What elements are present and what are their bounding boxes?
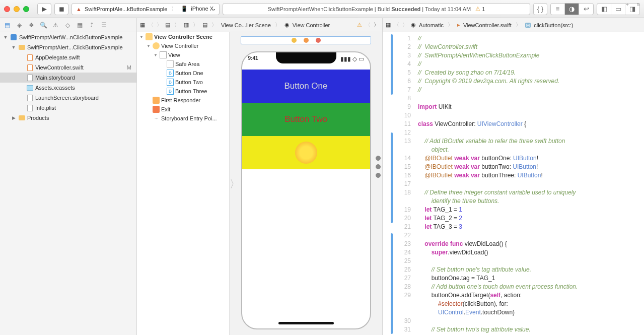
status-time: | Today at 11:04 AM xyxy=(422,6,471,12)
window-controls xyxy=(4,6,29,12)
pane-toggles: ◧ ▭ ◨ xyxy=(597,3,640,15)
outline-item[interactable]: Exit xyxy=(137,105,229,114)
toggle-debug-button[interactable]: ▭ xyxy=(611,4,625,15)
nav-item[interactable]: ▶Products xyxy=(0,113,136,123)
document-outline: ▼View Controller Scene▼View Controller▼V… xyxy=(137,32,230,335)
status-icons: ▮▮▮ ◇ ▭ xyxy=(340,55,364,62)
battery-icon: ▭ xyxy=(359,55,364,62)
assistant-editor-button[interactable]: ◑ xyxy=(565,4,579,15)
ib-pane: ▼View Controller Scene▼View Controller▼V… xyxy=(137,32,383,335)
outline-item[interactable]: BButton One xyxy=(137,69,229,78)
jump-mode[interactable]: Automatic xyxy=(419,22,444,28)
signal-icon: ▮▮▮ xyxy=(340,55,351,62)
ib-fwd-icon[interactable]: 〉 xyxy=(374,21,379,29)
doc-outline-toggle-icon[interactable]: 〉 xyxy=(230,177,240,190)
nav-item[interactable]: Info.plist xyxy=(0,103,136,113)
outline-item[interactable]: →Storyboard Entry Poi... xyxy=(137,114,229,123)
main-content: ▼SwiftPromptAlertW...nClickButtonExample… xyxy=(0,32,644,335)
breakpoint-nav-icon[interactable]: ⤴ xyxy=(88,21,96,29)
source-nav-icon[interactable]: ◈ xyxy=(15,21,23,29)
symbol-nav-icon[interactable]: ❖ xyxy=(27,21,35,29)
debug-nav-icon[interactable]: ▦ xyxy=(76,21,84,29)
test-nav-icon[interactable]: ◇ xyxy=(63,21,71,29)
exit-dock-icon[interactable] xyxy=(316,38,321,43)
report-nav-icon[interactable]: ☰ xyxy=(100,21,108,29)
file-icon[interactable]: ▤ xyxy=(165,22,170,28)
related-items-icon[interactable]: ▦ xyxy=(140,22,145,28)
jump-symbol[interactable]: clickButton(src:) xyxy=(534,22,573,28)
button-one[interactable]: Button One xyxy=(242,70,370,103)
standard-editor-button[interactable]: ≡ xyxy=(551,4,565,15)
home-indicator xyxy=(278,322,334,324)
connection-indicator[interactable] xyxy=(376,173,381,178)
wifi-icon: ◇ xyxy=(352,55,357,62)
outline-item[interactable]: BButton Two xyxy=(137,78,229,87)
main-toolbar: ▶ ◼ ▲ SwiftPromptAle...kButtonExample 〉 … xyxy=(0,0,644,18)
library-button[interactable]: { } xyxy=(533,3,547,15)
asst-back-icon[interactable]: 〈 xyxy=(394,21,399,29)
change-ribbon xyxy=(390,32,394,335)
activity-status[interactable]: SwiftPromptAlertWhenClickButtonExample |… xyxy=(223,3,530,15)
outline-item[interactable]: BButton Three xyxy=(137,87,229,96)
button-two[interactable]: Button Two xyxy=(242,103,370,136)
version-editor-button[interactable]: ↩ xyxy=(579,4,593,15)
toggle-navigator-button[interactable]: ◧ xyxy=(597,4,611,15)
jump-scene[interactable]: View Co...ller Scene xyxy=(221,22,271,28)
code-area[interactable]: //// ViewController.swift// SwiftPromptA… xyxy=(415,32,644,335)
nav-item[interactable]: AppDelegate.swift xyxy=(0,52,136,62)
status-time: 9:41 xyxy=(248,55,258,61)
toolbar-right-group: { } ≡ ◑ ↩ ◧ ▭ ◨ xyxy=(533,3,640,15)
folder-icon[interactable]: ▥ xyxy=(184,22,189,28)
notch-icon xyxy=(276,52,336,63)
source-editor[interactable]: 1234567891011121314151617181920212223242… xyxy=(383,32,644,335)
issue-nav-icon[interactable]: ⚠ xyxy=(51,21,59,29)
device-preview[interactable]: 9:41 ▮▮▮ ◇ ▭ Button One Button Two xyxy=(241,51,371,329)
close-window-icon[interactable] xyxy=(4,6,10,12)
find-nav-icon[interactable]: 🔍 xyxy=(39,21,47,29)
vc-dock-icon[interactable] xyxy=(292,38,297,43)
related-asst-icon[interactable]: ▦ xyxy=(386,22,391,28)
device-name: iPhone Xᵣ xyxy=(191,6,215,12)
ib-back-icon[interactable]: 〈 xyxy=(365,21,371,29)
stop-button[interactable]: ◼ xyxy=(54,3,68,15)
ib-canvas[interactable]: 〉 9:41 ▮▮▮ ◇ ▭ Button One Button Two xyxy=(230,32,382,335)
nav-item[interactable]: ViewController.swiftM xyxy=(0,62,136,73)
nav-item[interactable]: ▼SwiftPromptAlert...ClickButtonExample xyxy=(0,42,136,52)
editor-mode-selector: ≡ ◑ ↩ xyxy=(550,3,594,15)
nav-item[interactable]: LaunchScreen.storyboard xyxy=(0,93,136,103)
warn-count: 1 xyxy=(482,6,485,12)
minimize-window-icon[interactable] xyxy=(14,6,20,12)
connection-indicator[interactable] xyxy=(376,164,381,169)
navigator-tabbar-row: ▤ ◈ ❖ 🔍 ⚠ ◇ ▦ ⤴ ☰ ▦ 〈 〉 ▤ 〉 ▥ 〉 ▤ 〉 View… xyxy=(0,18,644,32)
line-gutter: 1234567891011121314151617181920212223242… xyxy=(394,32,415,335)
add-editor-icon[interactable]: + xyxy=(626,2,629,8)
nav-item[interactable]: Assets.xcassets xyxy=(0,83,136,93)
outline-item[interactable]: ▼View xyxy=(137,50,229,59)
run-button[interactable]: ▶ xyxy=(37,3,51,15)
first-responder-dock-icon[interactable] xyxy=(304,38,309,43)
button-three[interactable] xyxy=(242,136,370,169)
outline-item[interactable]: ▼View Controller xyxy=(137,41,229,50)
jump-vc[interactable]: View Controller xyxy=(293,22,330,28)
nav-item[interactable]: Main.storyboard xyxy=(0,73,136,83)
connection-indicator[interactable] xyxy=(376,156,381,161)
scheme-name: SwiftPromptAle...kButtonExample xyxy=(85,6,167,12)
scheme-selector[interactable]: ▲ SwiftPromptAle...kButtonExample 〉 📱 iP… xyxy=(71,3,220,15)
project-nav-icon[interactable]: ▤ xyxy=(3,21,11,29)
zoom-window-icon[interactable] xyxy=(23,6,29,12)
asst-fwd-icon[interactable]: 〉 xyxy=(402,21,408,29)
jump-file[interactable]: ViewController.swift xyxy=(463,22,512,28)
sb-icon[interactable]: ▤ xyxy=(202,22,207,28)
outline-item[interactable]: ▼View Controller Scene xyxy=(137,32,229,41)
back-icon[interactable]: 〈 xyxy=(148,21,154,29)
fwd-icon[interactable]: 〉 xyxy=(157,21,162,29)
outline-item[interactable]: First Responder xyxy=(137,96,229,105)
navigator-tabs: ▤ ◈ ❖ 🔍 ⚠ ◇ ▦ ⤴ ☰ xyxy=(0,18,137,32)
editor-options-icon[interactable]: ≡ xyxy=(637,2,640,8)
nav-item[interactable]: ▼SwiftPromptAlertW...nClickButtonExample xyxy=(0,32,136,42)
status-text: SwiftPromptAlertWhenClickButtonExample |… xyxy=(268,6,390,12)
project-navigator: ▼SwiftPromptAlertW...nClickButtonExample… xyxy=(0,32,137,335)
scene-dock[interactable] xyxy=(241,36,371,44)
sun-icon xyxy=(295,142,317,164)
outline-item[interactable]: Safe Area xyxy=(137,59,229,69)
